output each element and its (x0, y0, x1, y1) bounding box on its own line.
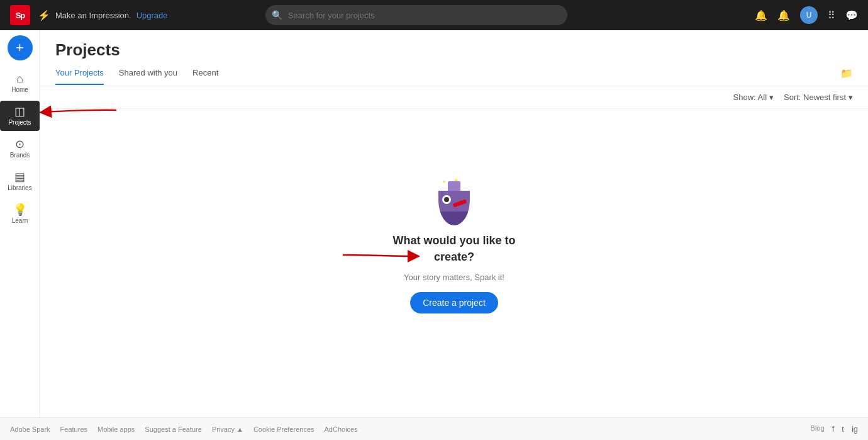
user-avatar[interactable]: U (800, 6, 818, 24)
search-input[interactable] (265, 5, 567, 25)
page-title: Projects (55, 40, 853, 60)
sort-filter[interactable]: Sort: Newest first ▾ (784, 93, 853, 102)
footer-link-adobe-spark[interactable]: Adobe Spark (10, 426, 50, 433)
tab-your-projects[interactable]: Your Projects (55, 68, 104, 85)
home-icon: ⌂ (16, 73, 23, 84)
instagram-icon[interactable]: ig (852, 424, 858, 434)
help-icon[interactable]: 💬 (845, 9, 858, 21)
star-icon-2: ✦ (442, 179, 447, 185)
brands-icon: ⊙ (15, 138, 25, 150)
footer-link-adchoices[interactable]: AdChoices (325, 426, 358, 433)
libraries-icon: ▤ (14, 171, 25, 183)
apps-grid-icon[interactable]: ⠿ (828, 9, 835, 21)
empty-illustration: ✦ ✦ (429, 175, 479, 225)
adobe-spark-logo[interactable]: Sp (10, 5, 30, 25)
new-button[interactable]: + (8, 35, 33, 60)
top-navigation: Sp ⚡ Make an Impression. Upgrade 🔍 🔔 🔔 U… (0, 0, 868, 30)
sidebar-item-libraries[interactable]: ▤ Libraries (0, 166, 40, 196)
facebook-icon[interactable]: f (832, 424, 835, 434)
empty-state: ✦ ✦ What would you like to create? Your … (40, 109, 868, 417)
topnav-actions: 🔔 🔔 U ⠿ 💬 (755, 6, 858, 24)
sidebar-item-brands[interactable]: ⊙ Brands (0, 133, 40, 164)
sidebar-item-learn[interactable]: 💡 Learn (0, 199, 40, 229)
sidebar: + ⌂ Home ◫ Projects ⊙ Brands ▤ Libraries… (0, 30, 40, 417)
tabs-bar: Your Projects Shared with you Recent 📁 (55, 67, 853, 86)
projects-icon: ◫ (14, 106, 25, 117)
chevron-down-icon: ▾ (849, 93, 853, 102)
folder-icon[interactable]: 📁 (840, 67, 853, 79)
brand-badge-icon: ⚡ (38, 9, 50, 21)
show-filter[interactable]: Show: All ▾ (733, 93, 774, 102)
footer-link-suggest-feature[interactable]: Suggest a Feature (145, 426, 202, 433)
alerts-icon[interactable]: 🔔 (777, 9, 790, 21)
empty-title: What would you like to create? (393, 233, 516, 264)
search-icon: 🔍 (272, 10, 282, 20)
upgrade-link[interactable]: Upgrade (136, 11, 168, 20)
footer-link-mobile-apps[interactable]: Mobile apps (97, 426, 135, 433)
tab-shared-with-you[interactable]: Shared with you (119, 68, 177, 85)
sidebar-item-projects[interactable]: ◫ Projects (0, 101, 40, 131)
empty-subtitle: Your story matters, Spark it! (404, 273, 504, 282)
flask-liquid (438, 212, 470, 225)
brand-text: ⚡ Make an Impression. Upgrade (38, 9, 168, 21)
search-area: 🔍 (265, 5, 567, 25)
footer-link-features[interactable]: Features (60, 426, 87, 433)
page-header: Projects Your Projects Shared with you R… (40, 30, 868, 86)
toolbar-row: Show: All ▾ Sort: Newest first ▾ (40, 86, 868, 109)
learn-icon: 💡 (13, 204, 27, 215)
sidebar-item-home[interactable]: ⌂ Home (0, 68, 40, 98)
chevron-down-icon: ▾ (769, 93, 774, 102)
create-project-button[interactable]: Create a project (410, 292, 498, 313)
footer: Adobe Spark Features Mobile apps Suggest… (0, 417, 868, 440)
footer-link-privacy[interactable]: Privacy ▲ (212, 426, 243, 433)
tab-recent[interactable]: Recent (192, 68, 218, 85)
main-content: Projects Your Projects Shared with you R… (40, 30, 868, 417)
footer-social: Blog f t ig (811, 424, 858, 434)
footer-link-cookie-preferences[interactable]: Cookie Preferences (253, 426, 314, 433)
footer-link-blog[interactable]: Blog (811, 424, 825, 434)
notifications-icon[interactable]: 🔔 (755, 9, 767, 21)
twitter-icon[interactable]: t (842, 424, 844, 434)
